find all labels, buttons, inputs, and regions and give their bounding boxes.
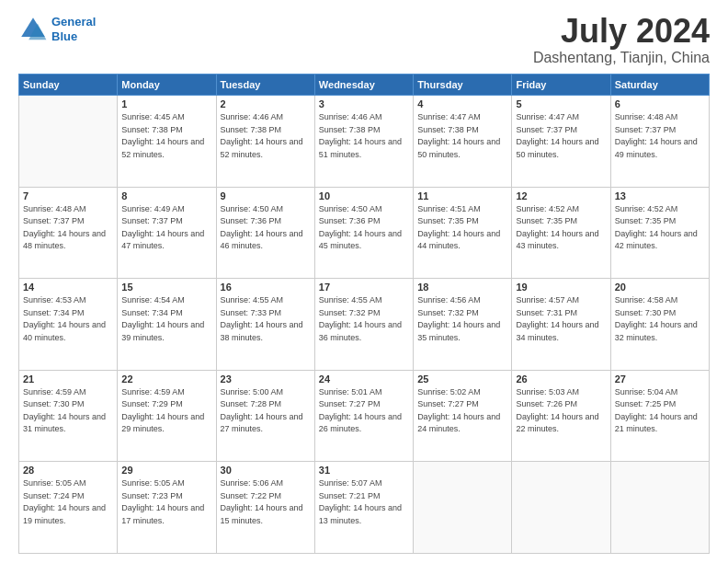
day-info: Sunrise: 5:06 AMSunset: 7:22 PMDaylight:… — [221, 477, 311, 527]
calendar-header-tuesday: Tuesday — [216, 75, 314, 96]
day-info: Sunrise: 4:45 AMSunset: 7:38 PMDaylight:… — [121, 111, 211, 161]
day-info: Sunrise: 5:07 AMSunset: 7:21 PMDaylight:… — [319, 477, 409, 527]
logo-text: General Blue — [51, 15, 96, 43]
calendar-header-sunday: Sunday — [19, 75, 118, 96]
day-info: Sunrise: 4:50 AMSunset: 7:36 PMDaylight:… — [319, 203, 409, 253]
day-number: 25 — [417, 373, 507, 385]
calendar-header-thursday: Thursday — [414, 75, 512, 96]
calendar-week-3: 14Sunrise: 4:53 AMSunset: 7:34 PMDayligh… — [19, 279, 710, 371]
calendar-cell: 17Sunrise: 4:55 AMSunset: 7:32 PMDayligh… — [314, 279, 413, 371]
calendar-cell: 29Sunrise: 5:05 AMSunset: 7:23 PMDayligh… — [118, 462, 216, 554]
day-info: Sunrise: 4:55 AMSunset: 7:33 PMDaylight:… — [221, 294, 311, 344]
calendar-cell — [512, 462, 610, 554]
calendar-cell: 14Sunrise: 4:53 AMSunset: 7:34 PMDayligh… — [19, 279, 118, 371]
calendar-cell: 4Sunrise: 4:47 AMSunset: 7:38 PMDaylight… — [414, 96, 512, 188]
day-number: 3 — [319, 98, 409, 109]
logo: General Blue — [18, 15, 96, 44]
calendar-cell: 25Sunrise: 5:02 AMSunset: 7:27 PMDayligh… — [414, 370, 512, 462]
day-info: Sunrise: 5:04 AMSunset: 7:25 PMDaylight:… — [615, 386, 705, 436]
header: General Blue July 2024 Dashentang, Tianj… — [18, 15, 710, 66]
day-info: Sunrise: 4:57 AMSunset: 7:31 PMDaylight:… — [516, 294, 606, 344]
day-info: Sunrise: 5:03 AMSunset: 7:26 PMDaylight:… — [516, 386, 606, 436]
day-info: Sunrise: 4:51 AMSunset: 7:35 PMDaylight:… — [417, 203, 507, 253]
day-info: Sunrise: 4:52 AMSunset: 7:35 PMDaylight:… — [615, 203, 705, 253]
day-info: Sunrise: 4:53 AMSunset: 7:34 PMDaylight:… — [23, 294, 113, 344]
day-number: 15 — [121, 282, 211, 293]
calendar-cell: 1Sunrise: 4:45 AMSunset: 7:38 PMDaylight… — [118, 96, 216, 188]
title-block: July 2024 Dashentang, Tianjin, China — [533, 15, 710, 66]
day-number: 9 — [221, 190, 311, 201]
calendar-cell: 18Sunrise: 4:56 AMSunset: 7:32 PMDayligh… — [414, 279, 512, 371]
day-info: Sunrise: 5:05 AMSunset: 7:23 PMDaylight:… — [121, 477, 211, 527]
calendar-header-row: SundayMondayTuesdayWednesdayThursdayFrid… — [19, 75, 710, 96]
day-number: 26 — [516, 373, 606, 385]
calendar-week-4: 21Sunrise: 4:59 AMSunset: 7:30 PMDayligh… — [19, 370, 710, 462]
calendar-cell — [19, 96, 118, 188]
day-info: Sunrise: 4:55 AMSunset: 7:32 PMDaylight:… — [319, 294, 409, 344]
day-info: Sunrise: 4:50 AMSunset: 7:36 PMDaylight:… — [221, 203, 311, 253]
day-info: Sunrise: 4:47 AMSunset: 7:37 PMDaylight:… — [516, 111, 606, 161]
day-number: 21 — [23, 373, 113, 385]
calendar-cell: 3Sunrise: 4:46 AMSunset: 7:38 PMDaylight… — [314, 96, 413, 188]
day-number: 8 — [121, 190, 211, 201]
day-number: 6 — [615, 98, 705, 109]
day-info: Sunrise: 4:48 AMSunset: 7:37 PMDaylight:… — [615, 111, 705, 161]
location-subtitle: Dashentang, Tianjin, China — [533, 50, 710, 66]
calendar-week-5: 28Sunrise: 5:05 AMSunset: 7:24 PMDayligh… — [19, 462, 710, 554]
day-number: 23 — [221, 373, 311, 385]
day-number: 24 — [319, 373, 409, 385]
day-number: 10 — [319, 190, 409, 201]
calendar-cell: 27Sunrise: 5:04 AMSunset: 7:25 PMDayligh… — [610, 370, 709, 462]
logo-general: General — [51, 15, 96, 29]
day-info: Sunrise: 4:46 AMSunset: 7:38 PMDaylight:… — [221, 111, 311, 161]
calendar-cell: 8Sunrise: 4:49 AMSunset: 7:37 PMDaylight… — [118, 187, 216, 279]
day-number: 18 — [417, 282, 507, 293]
day-info: Sunrise: 5:00 AMSunset: 7:28 PMDaylight:… — [221, 386, 311, 436]
day-info: Sunrise: 4:58 AMSunset: 7:30 PMDaylight:… — [615, 294, 705, 344]
day-info: Sunrise: 4:59 AMSunset: 7:29 PMDaylight:… — [121, 386, 211, 436]
day-info: Sunrise: 5:05 AMSunset: 7:24 PMDaylight:… — [23, 477, 113, 527]
day-info: Sunrise: 4:52 AMSunset: 7:35 PMDaylight:… — [516, 203, 606, 253]
day-info: Sunrise: 4:54 AMSunset: 7:34 PMDaylight:… — [121, 294, 211, 344]
calendar-week-1: 1Sunrise: 4:45 AMSunset: 7:38 PMDaylight… — [19, 96, 710, 188]
day-number: 19 — [516, 282, 606, 293]
calendar-header-monday: Monday — [118, 75, 216, 96]
day-number: 27 — [615, 373, 705, 385]
calendar-cell: 16Sunrise: 4:55 AMSunset: 7:33 PMDayligh… — [216, 279, 314, 371]
day-number: 14 — [23, 282, 113, 293]
calendar-header-wednesday: Wednesday — [314, 75, 413, 96]
calendar-cell: 13Sunrise: 4:52 AMSunset: 7:35 PMDayligh… — [610, 187, 709, 279]
calendar-cell: 9Sunrise: 4:50 AMSunset: 7:36 PMDaylight… — [216, 187, 314, 279]
day-number: 5 — [516, 98, 606, 109]
day-info: Sunrise: 4:49 AMSunset: 7:37 PMDaylight:… — [121, 203, 211, 253]
day-number: 12 — [516, 190, 606, 201]
day-number: 16 — [221, 282, 311, 293]
calendar-table: SundayMondayTuesdayWednesdayThursdayFrid… — [18, 74, 710, 554]
calendar-cell — [414, 462, 512, 554]
day-number: 1 — [121, 98, 211, 109]
calendar-cell: 23Sunrise: 5:00 AMSunset: 7:28 PMDayligh… — [216, 370, 314, 462]
calendar-cell: 5Sunrise: 4:47 AMSunset: 7:37 PMDaylight… — [512, 96, 610, 188]
calendar-cell: 31Sunrise: 5:07 AMSunset: 7:21 PMDayligh… — [314, 462, 413, 554]
calendar-cell: 2Sunrise: 4:46 AMSunset: 7:38 PMDaylight… — [216, 96, 314, 188]
day-number: 11 — [417, 190, 507, 201]
day-number: 4 — [417, 98, 507, 109]
calendar-header-friday: Friday — [512, 75, 610, 96]
day-number: 29 — [121, 465, 211, 476]
day-number: 30 — [221, 465, 311, 476]
calendar-cell: 24Sunrise: 5:01 AMSunset: 7:27 PMDayligh… — [314, 370, 413, 462]
day-info: Sunrise: 4:47 AMSunset: 7:38 PMDaylight:… — [417, 111, 507, 161]
day-number: 31 — [319, 465, 409, 476]
day-number: 13 — [615, 190, 705, 201]
calendar-cell: 7Sunrise: 4:48 AMSunset: 7:37 PMDaylight… — [19, 187, 118, 279]
calendar-cell: 11Sunrise: 4:51 AMSunset: 7:35 PMDayligh… — [414, 187, 512, 279]
calendar-cell: 15Sunrise: 4:54 AMSunset: 7:34 PMDayligh… — [118, 279, 216, 371]
calendar-cell: 28Sunrise: 5:05 AMSunset: 7:24 PMDayligh… — [19, 462, 118, 554]
calendar-cell — [610, 462, 709, 554]
page: General Blue July 2024 Dashentang, Tianj… — [0, 0, 728, 563]
month-title: July 2024 — [533, 15, 710, 48]
calendar-cell: 20Sunrise: 4:58 AMSunset: 7:30 PMDayligh… — [610, 279, 709, 371]
calendar-cell: 21Sunrise: 4:59 AMSunset: 7:30 PMDayligh… — [19, 370, 118, 462]
calendar-cell: 12Sunrise: 4:52 AMSunset: 7:35 PMDayligh… — [512, 187, 610, 279]
calendar-header-saturday: Saturday — [610, 75, 709, 96]
